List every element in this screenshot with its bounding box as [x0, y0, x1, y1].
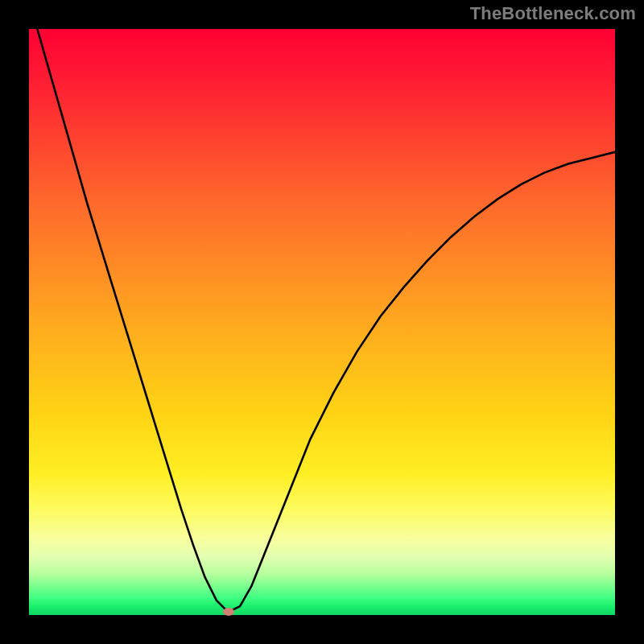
optimal-point-marker [223, 608, 234, 616]
plot-area [29, 29, 615, 615]
bottleneck-curve [29, 29, 615, 615]
chart-frame: TheBottleneck.com [0, 0, 644, 644]
watermark-text: TheBottleneck.com [470, 3, 636, 24]
